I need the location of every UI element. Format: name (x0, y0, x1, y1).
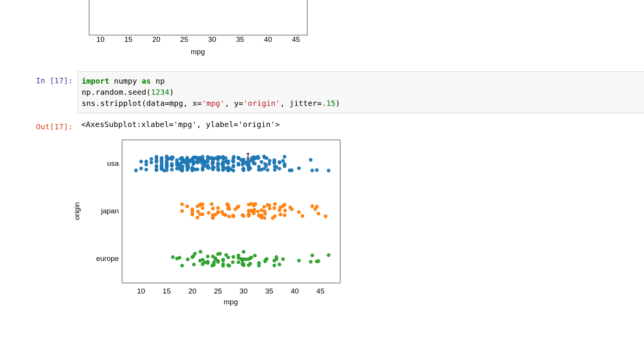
data-point (170, 164, 174, 168)
data-point (257, 261, 261, 265)
data-point (260, 160, 263, 164)
data-point (283, 203, 287, 207)
code-token: numpy (109, 76, 141, 86)
data-point (220, 210, 224, 214)
data-point (218, 252, 222, 256)
data-point (310, 205, 314, 208)
code-token: 'mpg' (202, 99, 225, 108)
data-point (262, 205, 266, 209)
data-point (227, 204, 230, 208)
data-point (227, 215, 231, 219)
data-point (273, 202, 277, 206)
prev-xtick: 40 (264, 35, 272, 44)
data-point (201, 162, 205, 166)
data-point (180, 264, 184, 267)
data-point (168, 157, 171, 160)
data-point (262, 155, 266, 158)
data-point (178, 162, 182, 166)
data-point (241, 262, 245, 266)
data-point (171, 155, 175, 159)
data-point (278, 167, 281, 171)
data-point (217, 168, 220, 172)
data-point (145, 160, 148, 163)
ytick-label: usa (0, 159, 119, 168)
data-point (252, 211, 256, 215)
data-point (263, 216, 266, 220)
data-point (260, 214, 263, 218)
data-point (297, 210, 301, 214)
data-point (216, 206, 220, 210)
ytick-label: japan (0, 207, 119, 215)
data-point (288, 206, 292, 210)
input-prompt: In [17]: (0, 71, 73, 85)
data-point (214, 256, 217, 260)
data-point (199, 202, 202, 206)
data-point (214, 156, 217, 160)
data-point (242, 250, 246, 254)
data-point (252, 161, 256, 165)
output-prompt: Out[17]: (0, 117, 73, 131)
data-point (201, 168, 205, 172)
xtick-label: 40 (291, 287, 299, 295)
data-point (237, 156, 240, 160)
data-point (297, 259, 301, 262)
data-point (283, 213, 287, 217)
data-point (154, 168, 158, 172)
data-point (236, 205, 240, 209)
code-token: sns.stripplot(data=mpg, x= (82, 99, 202, 108)
data-point (266, 168, 269, 172)
data-point (192, 156, 196, 160)
data-point (257, 165, 261, 168)
code-token: ) (169, 87, 174, 97)
data-point (268, 159, 272, 163)
data-point (224, 159, 228, 163)
prev-xtick: 35 (236, 35, 244, 44)
data-point (247, 165, 251, 169)
data-point (192, 254, 196, 258)
output-repr-text: <AxesSubplot:xlabel='mpg', ylabel='origi… (81, 120, 280, 129)
xtick-label: 10 (137, 287, 145, 295)
data-point (218, 155, 222, 159)
data-point (267, 162, 271, 166)
prev-xtick: 45 (292, 35, 300, 44)
data-point (268, 207, 272, 211)
data-point (207, 166, 211, 170)
data-point (232, 155, 236, 159)
code-token: 'origin' (243, 99, 280, 108)
data-point (237, 261, 240, 264)
data-point (207, 211, 211, 215)
data-point (274, 255, 278, 259)
data-point (301, 214, 304, 218)
data-point (241, 258, 245, 262)
data-point (273, 264, 276, 267)
data-point (227, 166, 230, 170)
data-point (212, 263, 216, 267)
data-point (191, 208, 194, 211)
data-point (232, 164, 235, 168)
data-point (198, 259, 202, 263)
data-point (248, 256, 252, 260)
data-point (309, 260, 313, 264)
xtick-label: 20 (188, 287, 196, 295)
data-point (191, 212, 194, 216)
data-point (210, 202, 214, 206)
data-point (271, 216, 275, 220)
data-point (196, 205, 199, 208)
data-point (281, 257, 285, 261)
data-point (209, 156, 212, 160)
data-point (242, 158, 246, 162)
data-point (327, 253, 331, 257)
data-point (211, 207, 215, 211)
data-point (178, 167, 182, 171)
code-token: as (142, 76, 151, 86)
data-point (192, 162, 196, 165)
data-point (227, 264, 231, 268)
prev-output-axes (89, 0, 307, 35)
data-point (224, 253, 228, 257)
prev-xtick: 30 (208, 35, 216, 44)
data-point (139, 160, 143, 163)
data-point (175, 257, 179, 261)
data-point (232, 255, 235, 259)
code-input[interactable]: import numpy as np np.random.seed(1234) … (77, 71, 644, 113)
code-token: 1234 (151, 87, 169, 97)
